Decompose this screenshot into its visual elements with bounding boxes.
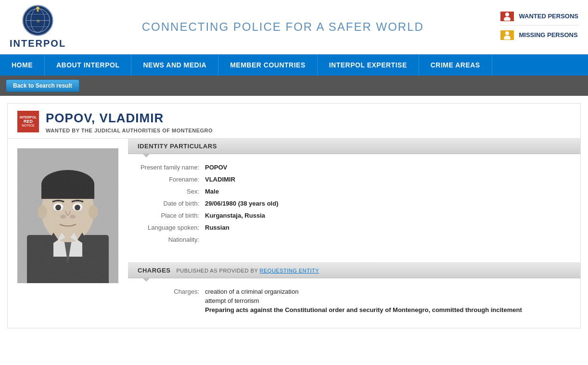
person-photo bbox=[17, 148, 118, 283]
details-column: IDENTITY PARTICULARS Present family name… bbox=[128, 139, 580, 328]
nav-crime[interactable]: CRIME AREAS bbox=[419, 54, 492, 76]
svg-rect-36 bbox=[17, 148, 118, 283]
field-forename: Forename: VLADIMIR bbox=[128, 176, 571, 183]
logo-text: INTERPOL bbox=[10, 38, 66, 49]
svg-point-13 bbox=[504, 36, 511, 39]
quick-links-panel: WANTED PERSONS MISSING PERSONS bbox=[499, 11, 578, 44]
field-label-sex: Sex: bbox=[128, 188, 205, 195]
identity-section-header: IDENTITY PARTICULARS bbox=[128, 139, 580, 154]
tagline: CONNECTING POLICE FOR A SAFER WORLD bbox=[142, 20, 424, 34]
missing-persons-link[interactable]: MISSING PERSONS bbox=[499, 29, 578, 44]
field-value-dob: 29/06/1980 (38 years old) bbox=[205, 200, 279, 207]
nav-home[interactable]: HOME bbox=[0, 54, 45, 76]
content-area: IDENTITY PARTICULARS Present family name… bbox=[8, 139, 580, 328]
back-to-search-button[interactable]: Back to Search result bbox=[6, 79, 79, 92]
wanted-persons-link[interactable]: WANTED PERSONS bbox=[499, 11, 578, 26]
field-label-family-name: Present family name: bbox=[128, 164, 205, 171]
wanted-person-icon bbox=[503, 12, 511, 21]
nav-expertise[interactable]: INTERPOL EXPERTISE bbox=[318, 54, 419, 76]
charges-content: Charges: creation of a criminal organiza… bbox=[128, 278, 580, 328]
charge-row: Charges: creation of a criminal organiza… bbox=[128, 288, 571, 315]
field-value-pob: Kurganstaja, Russia bbox=[205, 212, 265, 219]
field-label-dob: Date of birth: bbox=[128, 200, 205, 207]
field-pob: Place of birth: Kurganstaja, Russia bbox=[128, 212, 571, 219]
notice-badge-notice: NOTICE bbox=[22, 124, 34, 128]
field-label-pob: Place of birth: bbox=[128, 212, 205, 219]
person-full-name: POPOV, VLADIMIR bbox=[46, 111, 213, 126]
back-bar: Back to Search result bbox=[0, 76, 588, 96]
field-value-forename: VLADIMIR bbox=[205, 176, 235, 183]
field-label-forename: Forename: bbox=[128, 176, 205, 183]
notice-badge-red: RED bbox=[24, 119, 33, 124]
svg-point-10 bbox=[505, 13, 509, 16]
missing-person-icon bbox=[503, 31, 511, 39]
field-label-language: Language spoken: bbox=[128, 224, 205, 231]
logo-area: ⚖ INTERPOL bbox=[10, 5, 66, 49]
charge-label: Charges: bbox=[128, 288, 205, 315]
field-dob: Date of birth: 29/06/1980 (38 years old) bbox=[128, 200, 571, 207]
red-notice-badge: INTERPOL RED NOTICE bbox=[17, 111, 39, 132]
field-value-language: Russian bbox=[205, 224, 230, 231]
charges-title: CHARGES bbox=[138, 267, 171, 274]
requesting-entity-link[interactable]: requesting entity bbox=[260, 268, 319, 274]
nav-members[interactable]: MEMBER COUNTRIES bbox=[218, 54, 318, 76]
charges-section: CHARGES Published as provided by request… bbox=[128, 262, 580, 328]
main-nav: HOME ABOUT INTERPOL NEWS AND MEDIA MEMBE… bbox=[0, 54, 588, 76]
charge-item-3: Preparing acts against the Constitutiona… bbox=[205, 306, 571, 313]
svg-point-12 bbox=[505, 31, 509, 35]
charge-item-2: attempt of terrorism bbox=[205, 297, 571, 304]
field-value-family-name: POPOV bbox=[205, 164, 227, 171]
person-header: INTERPOL RED NOTICE POPOV, VLADIMIR WANT… bbox=[8, 104, 580, 139]
identity-section: Present family name: POPOV Forename: VLA… bbox=[128, 154, 580, 258]
field-value-sex: Male bbox=[205, 188, 219, 195]
field-family-name: Present family name: POPOV bbox=[128, 164, 571, 171]
svg-point-9 bbox=[36, 7, 39, 9]
published-note: Published as provided by requesting enti… bbox=[177, 268, 319, 274]
profile-container: INTERPOL RED NOTICE POPOV, VLADIMIR WANT… bbox=[7, 103, 581, 328]
nav-news[interactable]: NEWS AND MEDIA bbox=[131, 54, 218, 76]
person-photo-image bbox=[17, 148, 118, 283]
person-name-block: POPOV, VLADIMIR WANTED BY THE JUDICIAL A… bbox=[46, 111, 213, 133]
wanted-persons-label: WANTED PERSONS bbox=[519, 13, 578, 20]
field-label-nationality: Nationality: bbox=[128, 236, 205, 243]
main-content: INTERPOL RED NOTICE POPOV, VLADIMIR WANT… bbox=[0, 96, 588, 333]
charge-items-list: creation of a criminal organization atte… bbox=[205, 288, 571, 315]
charge-item-1: creation of a criminal organization bbox=[205, 288, 571, 295]
missing-icon bbox=[499, 29, 515, 41]
wanted-icon bbox=[499, 11, 515, 22]
person-wanted-subtitle: WANTED BY THE JUDICIAL AUTHORITIES OF MO… bbox=[46, 128, 213, 133]
field-nationality: Nationality: bbox=[128, 236, 571, 243]
page-header: ⚖ INTERPOL CONNECTING POLICE FOR A SAFER… bbox=[0, 0, 588, 54]
photo-column bbox=[8, 139, 128, 328]
charges-section-header: CHARGES Published as provided by request… bbox=[128, 263, 580, 278]
field-language: Language spoken: Russian bbox=[128, 224, 571, 231]
field-sex: Sex: Male bbox=[128, 188, 571, 195]
svg-text:⚖: ⚖ bbox=[37, 19, 40, 23]
missing-persons-label: MISSING PERSONS bbox=[519, 31, 577, 39]
interpol-logo-icon: ⚖ bbox=[22, 5, 53, 36]
nav-about[interactable]: ABOUT INTERPOL bbox=[45, 54, 131, 76]
svg-point-11 bbox=[504, 17, 511, 21]
